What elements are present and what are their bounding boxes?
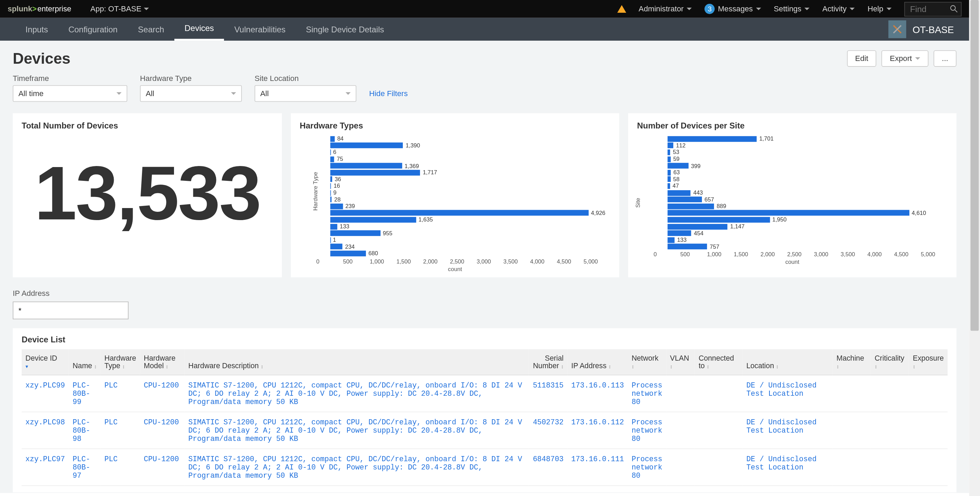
cell: DE / Undisclosed Test Location <box>743 448 833 485</box>
col-connected-to[interactable]: Connected to ↕ <box>695 349 743 375</box>
x-tick: 4,500 <box>894 251 921 258</box>
chart-bar: 58 <box>654 176 948 183</box>
chart-bar: 1,635 <box>316 216 610 223</box>
x-axis-label: count <box>300 265 610 272</box>
app-nav-bar: InputsConfigurationSearchDevicesVulnerab… <box>0 18 969 41</box>
nav-tab-configuration[interactable]: Configuration <box>58 18 128 41</box>
col-machine[interactable]: Machine ↕ <box>832 349 871 375</box>
chart-bar: 680 <box>316 250 610 257</box>
messages-menu[interactable]: 3Messages <box>705 4 761 14</box>
nav-tab-inputs[interactable]: Inputs <box>15 18 58 41</box>
chart-bar: 399 <box>654 162 948 170</box>
col-hardware-model[interactable]: Hardware Model ↕ <box>140 349 185 375</box>
settings-menu[interactable]: Settings <box>774 5 810 13</box>
cell <box>909 412 948 448</box>
cell <box>832 412 871 448</box>
activity-menu[interactable]: Activity <box>822 5 855 13</box>
hardware-type-dropdown[interactable]: All <box>140 85 242 102</box>
device-list-title: Device List <box>22 334 948 344</box>
nav-tab-single-device-details[interactable]: Single Device Details <box>296 18 394 41</box>
chart-bar: 75 <box>316 156 610 162</box>
cell: PLC <box>100 448 140 485</box>
site-location-dropdown[interactable]: All <box>255 85 356 102</box>
help-menu[interactable]: Help <box>868 5 892 13</box>
chart-bar: 239 <box>316 203 610 210</box>
cell: PLC-80B-97 <box>69 448 100 485</box>
nav-tab-devices[interactable]: Devices <box>174 18 224 41</box>
timeframe-dropdown[interactable]: All time <box>13 85 127 102</box>
nav-tab-search[interactable]: Search <box>128 18 174 41</box>
warning-icon[interactable] <box>617 5 626 13</box>
vertical-scrollbar[interactable] <box>969 0 980 496</box>
search-icon <box>950 5 958 13</box>
total-devices-value: 13,533 <box>22 155 273 231</box>
find-box[interactable] <box>904 2 961 16</box>
x-tick: 0 <box>316 258 343 264</box>
chart-bar: 53 <box>654 149 948 156</box>
cell <box>666 412 695 448</box>
chart-bar: 889 <box>654 203 948 210</box>
scrollbar-thumb[interactable] <box>970 0 978 331</box>
col-hardware-type[interactable]: Hardware Type ↕ <box>100 349 140 375</box>
cell: 4502732 <box>529 412 567 448</box>
cell: CPU-1200 <box>140 448 185 485</box>
app-switcher[interactable]: App: OT-BASE <box>90 5 149 13</box>
chart-bar: 443 <box>654 189 948 196</box>
caret-down-icon <box>887 8 892 10</box>
panel-hardware-types: Hardware Types Hardware Type 841,3906751… <box>291 113 619 277</box>
col-ip-address[interactable]: IP Address ↕ <box>568 349 628 375</box>
x-tick: 5,000 <box>584 258 611 264</box>
more-button[interactable]: ... <box>934 50 956 67</box>
col-exposure[interactable]: Exposure ↕ <box>909 349 948 375</box>
col-network[interactable]: Network ↕ <box>628 349 666 375</box>
cell <box>666 375 695 412</box>
col-vlan[interactable]: VLAN ↕ <box>666 349 695 375</box>
cell: PLC-80B-98 <box>69 412 100 448</box>
x-tick: 2,500 <box>450 258 477 264</box>
nav-tab-vulnerabilities[interactable]: Vulnerabilities <box>224 18 296 41</box>
cell: DE / Undisclosed Test Location <box>743 412 833 448</box>
panel-title: Hardware Types <box>300 121 610 130</box>
table-row[interactable]: xzy.PLC98PLC-80B-98PLCCPU-1200SIMATIC S7… <box>22 412 948 448</box>
chart-bar: 28 <box>316 196 610 203</box>
caret-down-icon <box>345 92 351 95</box>
cell: PLC-80B-99 <box>69 375 100 412</box>
col-location[interactable]: Location ↕ <box>743 349 833 375</box>
ip-address-input[interactable] <box>13 301 129 319</box>
x-tick: 3,000 <box>814 251 841 258</box>
cell: 5118315 <box>529 375 567 412</box>
device-list-panel: Device List Device ID▾Name ↕Hardware Typ… <box>13 328 956 492</box>
cell: PLC <box>100 375 140 412</box>
cell: CPU-1200 <box>140 412 185 448</box>
caret-down-icon <box>144 8 149 10</box>
chart-bar: 16 <box>316 183 610 189</box>
cell <box>695 448 743 485</box>
cell <box>871 412 909 448</box>
hide-filters-link[interactable]: Hide Filters <box>369 89 408 102</box>
chart-bar: 133 <box>654 237 948 243</box>
cell: DE / Undisclosed Test Location <box>743 375 833 412</box>
caret-down-icon <box>850 8 855 10</box>
chart-bar: 4,926 <box>316 210 610 217</box>
col-name[interactable]: Name ↕ <box>69 349 100 375</box>
cell: 173.16.0.113 <box>568 375 628 412</box>
col-device-id[interactable]: Device ID▾ <box>22 349 69 375</box>
caret-down-icon <box>687 8 692 10</box>
panel-total-devices: Total Number of Devices 13,533 <box>13 113 282 277</box>
chart-bar: 1,147 <box>654 223 948 230</box>
cell <box>832 448 871 485</box>
col-criticality[interactable]: Criticality ↕ <box>871 349 909 375</box>
administrator-menu[interactable]: Administrator <box>638 5 692 13</box>
x-tick: 2,000 <box>760 251 788 258</box>
chart-bar: 112 <box>654 142 948 149</box>
site-location-label: Site Location <box>255 74 356 83</box>
col-serial-number[interactable]: Serial Number ↕ <box>529 349 567 375</box>
table-row[interactable]: xzy.PLC99PLC-80B-99PLCCPU-1200SIMATIC S7… <box>22 375 948 412</box>
cell: 173.16.0.111 <box>568 448 628 485</box>
export-button[interactable]: Export <box>881 50 928 67</box>
x-tick: 500 <box>680 251 707 258</box>
table-row[interactable]: xzy.PLC97PLC-80B-97PLCCPU-1200SIMATIC S7… <box>22 448 948 485</box>
edit-button[interactable]: Edit <box>846 50 876 67</box>
svg-line-1 <box>955 10 957 13</box>
col-hardware-description[interactable]: Hardware Description ↕ <box>185 349 529 375</box>
